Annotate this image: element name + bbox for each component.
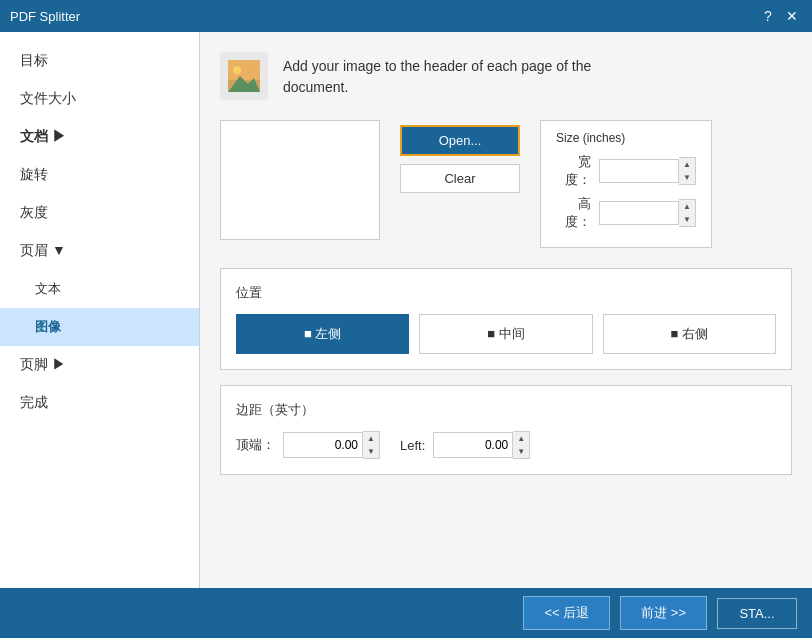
next-button[interactable]: 前进 >> <box>620 596 707 630</box>
position-label: 位置 <box>236 284 776 302</box>
start-button[interactable]: STA... <box>717 598 797 629</box>
width-up-btn[interactable]: ▲ <box>679 158 695 171</box>
image-icon <box>220 52 268 100</box>
width-label: 宽度： <box>556 153 591 189</box>
margin-row: 顶端： ▲ ▼ Left: <box>236 431 776 459</box>
width-input[interactable] <box>599 159 679 183</box>
main-panel: Add your image to the header of each pag… <box>200 32 812 588</box>
sidebar-item-header[interactable]: 页眉 ▼ <box>0 232 199 270</box>
help-button[interactable]: ? <box>758 6 778 26</box>
sidebar-item-image[interactable]: 图像 <box>0 308 199 346</box>
title-bar-left: PDF Splitter <box>10 9 80 24</box>
header-description: Add your image to the header of each pag… <box>283 52 591 98</box>
left-up-btn[interactable]: ▲ <box>513 432 529 445</box>
image-preview <box>220 120 380 240</box>
image-upload-section: Open... Clear Size (inches) 宽度： ▲ ▼ <box>220 120 792 248</box>
left-down-btn[interactable]: ▼ <box>513 445 529 458</box>
svg-rect-2 <box>228 60 260 80</box>
left-margin-input[interactable] <box>433 432 513 458</box>
margin-label: 边距（英寸） <box>236 401 776 419</box>
header-description-section: Add your image to the header of each pag… <box>220 52 792 100</box>
height-down-btn[interactable]: ▼ <box>679 213 695 226</box>
left-margin-input-wrap: ▲ ▼ <box>433 431 530 459</box>
top-up-btn[interactable]: ▲ <box>363 432 379 445</box>
back-button[interactable]: << 后退 <box>523 596 610 630</box>
top-margin-spinner: ▲ ▼ <box>363 431 380 459</box>
sidebar-item-gray[interactable]: 灰度 <box>0 194 199 232</box>
left-margin-field: Left: ▲ ▼ <box>400 431 530 459</box>
height-label: 高度： <box>556 195 591 231</box>
margin-section: 边距（英寸） 顶端： ▲ ▼ Left: <box>220 385 792 475</box>
title-bar-right: ? ✕ <box>758 6 802 26</box>
position-center-btn[interactable]: ■ 中间 <box>419 314 592 354</box>
position-buttons: ■ 左侧 ■ 中间 ■ 右侧 <box>236 314 776 354</box>
svg-point-3 <box>233 66 241 74</box>
position-section: 位置 ■ 左侧 ■ 中间 ■ 右侧 <box>220 268 792 370</box>
top-margin-input-wrap: ▲ ▼ <box>283 431 380 459</box>
sidebar-item-rotate[interactable]: 旋转 <box>0 156 199 194</box>
height-input[interactable] <box>599 201 679 225</box>
top-down-btn[interactable]: ▼ <box>363 445 379 458</box>
top-margin-field: 顶端： ▲ ▼ <box>236 431 380 459</box>
size-group: Size (inches) 宽度： ▲ ▼ 高度： <box>540 120 712 248</box>
sidebar-item-document[interactable]: 文档 ▶ <box>0 118 199 156</box>
sidebar-item-complete[interactable]: 完成 <box>0 384 199 422</box>
height-spinner: ▲ ▼ <box>679 199 696 227</box>
title-bar: PDF Splitter ? ✕ <box>0 0 812 32</box>
position-left-btn[interactable]: ■ 左侧 <box>236 314 409 354</box>
left-margin-label: Left: <box>400 438 425 453</box>
top-margin-input[interactable] <box>283 432 363 458</box>
sidebar-item-target[interactable]: 目标 <box>0 42 199 80</box>
top-margin-label: 顶端： <box>236 436 275 454</box>
height-up-btn[interactable]: ▲ <box>679 200 695 213</box>
width-down-btn[interactable]: ▼ <box>679 171 695 184</box>
left-margin-spinner: ▲ ▼ <box>513 431 530 459</box>
content-area: 目标 文件大小 文档 ▶ 旋转 灰度 页眉 ▼ 文本 图像 <box>0 32 812 588</box>
position-right-btn[interactable]: ■ 右侧 <box>603 314 776 354</box>
sidebar-item-text[interactable]: 文本 <box>0 270 199 308</box>
open-button[interactable]: Open... <box>400 125 520 156</box>
sidebar-item-filesize[interactable]: 文件大小 <box>0 80 199 118</box>
size-group-legend: Size (inches) <box>556 131 696 145</box>
width-spinner: ▲ ▼ <box>679 157 696 185</box>
footer: << 后退 前进 >> STA... <box>0 588 812 638</box>
height-row: 高度： ▲ ▼ <box>556 195 696 231</box>
clear-button[interactable]: Clear <box>400 164 520 193</box>
sidebar: 目标 文件大小 文档 ▶ 旋转 灰度 页眉 ▼ 文本 图像 <box>0 32 200 588</box>
close-button[interactable]: ✕ <box>782 6 802 26</box>
upload-controls: Open... Clear <box>400 120 520 193</box>
sidebar-item-footer[interactable]: 页脚 ▶ <box>0 346 199 384</box>
main-window: PDF Splitter ? ✕ 目标 文件大小 文档 ▶ 旋转 灰度 <box>0 0 812 638</box>
app-title: PDF Splitter <box>10 9 80 24</box>
width-row: 宽度： ▲ ▼ <box>556 153 696 189</box>
